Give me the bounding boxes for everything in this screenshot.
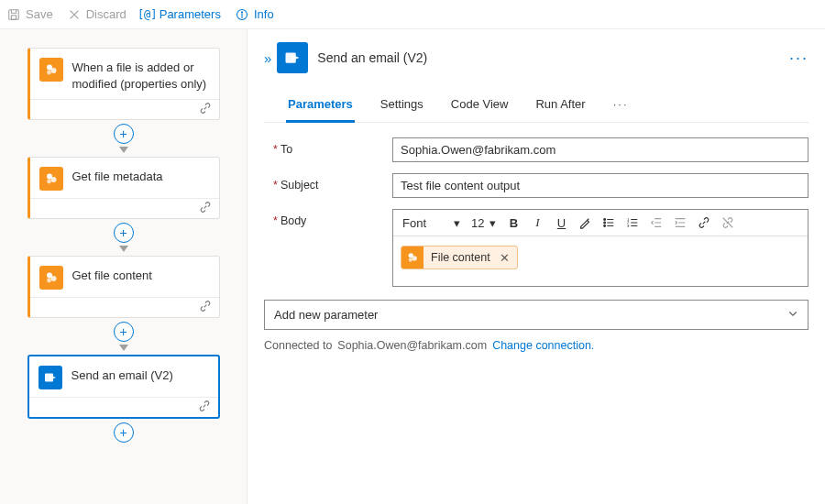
info-icon (236, 8, 248, 21)
node-title: Get file content (72, 266, 152, 284)
sharepoint-icon (402, 247, 424, 268)
add-param-label: Add new parameter (274, 308, 378, 322)
save-label: Save (26, 7, 53, 21)
indent-button[interactable] (668, 212, 692, 234)
send-email-node[interactable]: Send an email (V2) (28, 355, 220, 419)
link-icon (199, 201, 212, 216)
svg-point-23 (409, 258, 412, 262)
parameters-label: Parameters (160, 7, 221, 21)
to-label: *To (273, 137, 392, 156)
panel-tabs: Parameters Settings Code View Run After … (264, 90, 808, 123)
subject-input[interactable] (392, 173, 808, 198)
discard-button[interactable]: Discard (68, 7, 126, 21)
chevron-down-icon: ▾ (454, 216, 460, 230)
link-button[interactable] (692, 212, 716, 234)
italic-button[interactable]: I (525, 212, 549, 234)
chevron-down-icon: ▾ (490, 216, 496, 230)
flow-arrow-icon (119, 147, 128, 153)
info-label: Info (254, 7, 274, 21)
link-icon (198, 400, 211, 415)
info-button[interactable]: Info (236, 7, 274, 21)
svg-point-15 (604, 219, 606, 221)
unlink-button[interactable] (716, 212, 740, 234)
svg-point-5 (50, 68, 56, 73)
bold-button[interactable]: B (501, 212, 525, 234)
connection-info: Connected to Sophia.Owen@fabrikam.com Ch… (264, 339, 808, 352)
number-list-button[interactable]: 123 (621, 212, 644, 234)
top-toolbar: Save Discard [@] Parameters Info (0, 0, 825, 29)
get-file-content-node[interactable]: Get file content (28, 256, 220, 318)
svg-point-16 (604, 222, 606, 224)
save-icon (7, 8, 20, 21)
svg-text:3: 3 (627, 224, 630, 228)
tab-parameters[interactable]: Parameters (286, 90, 355, 123)
svg-point-17 (604, 225, 606, 227)
svg-point-9 (47, 180, 51, 184)
add-new-parameter-select[interactable]: Add new parameter (264, 300, 808, 330)
collapse-panel-button[interactable]: » (264, 50, 268, 66)
flow-arrow-icon (119, 345, 128, 351)
add-step-button[interactable]: + (114, 124, 134, 144)
token-remove-button[interactable]: ✕ (496, 251, 517, 265)
font-color-button[interactable] (573, 212, 597, 234)
svg-point-22 (412, 256, 417, 260)
sharepoint-icon (39, 167, 63, 191)
token-label: File content (424, 251, 496, 264)
tab-run-after[interactable]: Run After (534, 90, 587, 122)
svg-rect-0 (9, 9, 19, 19)
parameters-icon: [@] (141, 8, 154, 21)
add-step-button[interactable]: + (114, 422, 134, 443)
link-icon (199, 300, 212, 315)
chevron-down-icon (787, 308, 798, 322)
svg-point-11 (50, 276, 56, 281)
discard-label: Discard (86, 7, 126, 21)
discard-icon (68, 8, 81, 21)
outlook-icon (277, 42, 308, 73)
parameters-button[interactable]: [@] Parameters (141, 7, 221, 21)
font-select[interactable]: Font ▾ (397, 214, 466, 233)
sharepoint-icon (39, 58, 63, 82)
bullet-list-button[interactable] (597, 212, 621, 234)
designer-canvas: When a file is added or modified (proper… (0, 29, 248, 504)
panel-title: Send an email (V2) (317, 50, 427, 65)
svg-point-6 (47, 71, 51, 75)
svg-rect-1 (11, 15, 16, 18)
save-button[interactable]: Save (7, 7, 53, 21)
to-input[interactable] (392, 137, 808, 162)
add-step-button[interactable]: + (114, 322, 134, 342)
tab-code-view[interactable]: Code View (449, 90, 511, 122)
outlook-icon (38, 366, 62, 389)
trigger-file-added-node[interactable]: When a file is added or modified (proper… (28, 48, 220, 120)
get-file-metadata-node[interactable]: Get file metadata (28, 157, 220, 219)
node-title: When a file is added or modified (proper… (72, 58, 210, 92)
svg-point-12 (47, 279, 51, 283)
sharepoint-icon (39, 266, 63, 290)
body-label: *Body (273, 209, 392, 227)
file-content-token[interactable]: File content ✕ (401, 246, 518, 269)
change-connection-link[interactable]: Change connection. (492, 339, 594, 352)
subject-label: *Subject (273, 173, 392, 192)
connection-account: Sophia.Owen@fabrikam.com (337, 339, 487, 352)
panel-more-button[interactable]: ··· (789, 49, 808, 68)
underline-button[interactable]: U (549, 212, 573, 234)
action-details-panel: » Send an email (V2) ··· Parameters Sett… (248, 29, 825, 504)
tabs-overflow-button[interactable]: ··· (611, 90, 631, 122)
tab-settings[interactable]: Settings (379, 90, 425, 122)
flow-arrow-icon (119, 246, 128, 252)
node-title: Send an email (V2) (72, 366, 173, 384)
svg-point-8 (50, 177, 56, 182)
add-step-button[interactable]: + (114, 223, 134, 243)
svg-point-3 (241, 11, 242, 12)
body-editor: Font ▾ 12 ▾ B I U (392, 209, 808, 287)
body-content-area[interactable]: File content ✕ (393, 236, 808, 286)
node-title: Get file metadata (72, 167, 163, 185)
outdent-button[interactable] (644, 212, 668, 234)
font-size-select[interactable]: 12 ▾ (466, 214, 501, 233)
link-icon (199, 102, 212, 117)
